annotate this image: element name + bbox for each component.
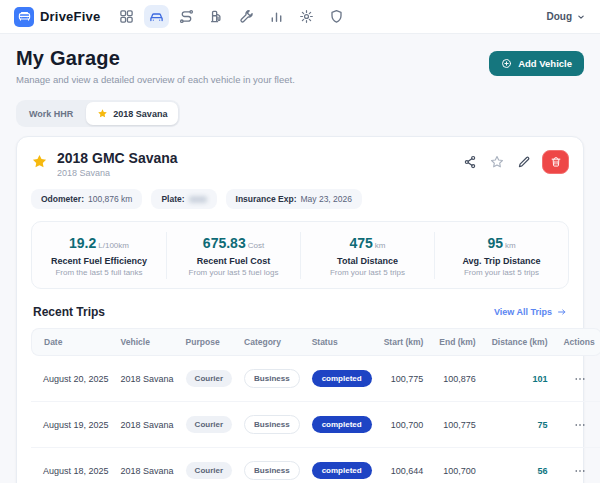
trip-date: August 20, 2025 xyxy=(31,356,115,402)
chevron-down-icon xyxy=(576,12,586,22)
nav-fuel-pump-icon[interactable] xyxy=(204,5,229,28)
trip-distance-km: 75 xyxy=(486,402,558,448)
page-subtitle: Manage and view a detailed overview of e… xyxy=(16,74,295,85)
recent-trips-table: Date Vehicle Purpose Category Status Sta… xyxy=(31,328,600,483)
vehicle-actions xyxy=(461,150,569,174)
vehicle-stats-strip: 19.2L/100km Recent Fuel Efficiency From … xyxy=(31,221,569,289)
trip-distance-km: 101 xyxy=(486,356,558,402)
category-chip: Business xyxy=(244,369,300,388)
insurance-pill: Insurance Exp: May 23, 2026 xyxy=(226,189,362,209)
stat-label: Recent Fuel Efficiency xyxy=(38,256,160,266)
table-row: August 20, 2025 2018 Savana Courier Busi… xyxy=(31,356,600,402)
table-header-row: Date Vehicle Purpose Category Status Sta… xyxy=(31,328,600,356)
purpose-chip: Courier xyxy=(186,462,232,479)
row-actions-menu-icon[interactable] xyxy=(572,371,588,387)
trip-end-km: 100,876 xyxy=(433,356,485,402)
tab-label: 2018 Savana xyxy=(113,109,167,119)
vehicle-card: 2018 GMC Savana 2018 Savana xyxy=(16,136,584,483)
user-menu[interactable]: Doug xyxy=(546,11,586,22)
view-all-trips-link[interactable]: View All Trips xyxy=(494,307,567,317)
trip-vehicle: 2018 Savana xyxy=(115,448,180,483)
stat-sublabel: From your last 5 trips xyxy=(307,268,428,277)
col-vehicle: Vehicle xyxy=(115,328,180,356)
category-chip: Business xyxy=(244,461,300,480)
col-date: Date xyxy=(31,328,115,356)
plate-pill: Plate: xyxy=(151,189,216,209)
col-purpose: Purpose xyxy=(180,328,238,356)
stat-sublabel: From your last 5 trips xyxy=(441,268,562,277)
share-icon[interactable] xyxy=(461,153,479,171)
recent-trips-title: Recent Trips xyxy=(33,305,105,319)
stat-fuel-efficiency: 19.2L/100km Recent Fuel Efficiency From … xyxy=(32,232,166,279)
stat-value: 475 xyxy=(349,235,372,251)
col-status: Status xyxy=(306,328,378,356)
stat-label: Recent Fuel Cost xyxy=(173,256,294,266)
col-end: End (km) xyxy=(433,328,485,356)
page-title: My Garage xyxy=(16,47,295,70)
tab-work-hhr[interactable]: Work HHR xyxy=(18,102,84,125)
nav-shield-icon[interactable] xyxy=(324,5,349,28)
status-badge: completed xyxy=(312,462,372,479)
trip-start-km: 100,644 xyxy=(378,448,434,483)
table-row: August 18, 2025 2018 Savana Courier Busi… xyxy=(31,448,600,483)
star-icon xyxy=(97,108,108,119)
tab-label: Work HHR xyxy=(29,109,73,119)
odometer-label: Odometer: xyxy=(41,194,84,204)
row-actions-menu-icon[interactable] xyxy=(572,417,588,433)
nav-vehicles-car-icon[interactable] xyxy=(144,5,169,28)
nav-settings-gear-icon[interactable] xyxy=(294,5,319,28)
brand-logo-link[interactable]: DriveFive xyxy=(14,7,100,27)
add-vehicle-button[interactable]: Add Vehicle xyxy=(489,51,584,76)
stat-unit: km xyxy=(505,241,516,250)
trip-end-km: 100,775 xyxy=(433,402,485,448)
purpose-chip: Courier xyxy=(186,416,232,433)
stat-sublabel: From your last 5 fuel logs xyxy=(173,268,294,277)
stat-label: Total Distance xyxy=(307,256,428,266)
col-actions: Actions xyxy=(557,328,600,356)
main-nav xyxy=(114,5,349,28)
edit-pencil-icon[interactable] xyxy=(515,153,533,171)
plate-value-redacted xyxy=(189,196,207,203)
purpose-chip: Courier xyxy=(186,370,232,387)
stat-fuel-cost: 675.83Cost Recent Fuel Cost From your la… xyxy=(166,232,300,279)
star-icon xyxy=(31,153,48,170)
trip-distance-km: 56 xyxy=(486,448,558,483)
add-vehicle-label: Add Vehicle xyxy=(518,58,572,69)
delete-trash-icon[interactable] xyxy=(542,150,569,174)
col-category: Category xyxy=(238,328,306,356)
stat-unit: L/100km xyxy=(98,241,129,250)
view-all-trips-label: View All Trips xyxy=(494,307,552,317)
tab-2018-savana[interactable]: 2018 Savana xyxy=(86,102,178,125)
col-start: Start (km) xyxy=(378,328,434,356)
odometer-pill: Odometer: 100,876 km xyxy=(31,189,142,209)
trip-start-km: 100,700 xyxy=(378,402,434,448)
vehicle-subtitle: 2018 Savana xyxy=(57,168,178,178)
col-distance: Distance (km) xyxy=(486,328,558,356)
status-badge: completed xyxy=(312,416,372,433)
stat-unit: Cost xyxy=(248,241,264,250)
nav-trips-route-icon[interactable] xyxy=(174,5,199,28)
nav-service-wrench-icon[interactable] xyxy=(234,5,259,28)
insurance-value: May 23, 2026 xyxy=(301,194,353,204)
stat-avg-trip-distance: 95km Avg. Trip Distance From your last 5… xyxy=(434,232,568,279)
trip-end-km: 100,700 xyxy=(433,448,485,483)
table-row: August 19, 2025 2018 Savana Courier Busi… xyxy=(31,402,600,448)
stat-value: 19.2 xyxy=(69,235,96,251)
main-content: My Garage Manage and view a detailed ove… xyxy=(0,34,600,483)
stat-label: Avg. Trip Distance xyxy=(441,256,562,266)
arrow-right-icon xyxy=(557,307,567,317)
trip-start-km: 100,775 xyxy=(378,356,434,402)
nav-dashboard-grid-icon[interactable] xyxy=(114,5,139,28)
vehicle-tabs: Work HHR 2018 Savana xyxy=(16,100,180,127)
category-chip: Business xyxy=(244,415,300,434)
row-actions-menu-icon[interactable] xyxy=(572,463,588,479)
plate-label: Plate: xyxy=(161,194,184,204)
nav-reports-chart-icon[interactable] xyxy=(264,5,289,28)
stat-sublabel: From the last 5 full tanks xyxy=(38,268,160,277)
car-logo-icon xyxy=(14,7,34,27)
stat-total-distance: 475km Total Distance From your last 5 tr… xyxy=(300,232,434,279)
user-name: Doug xyxy=(546,11,572,22)
vehicle-title: 2018 GMC Savana xyxy=(57,150,178,166)
trip-vehicle: 2018 Savana xyxy=(115,356,180,402)
star-outline-icon[interactable] xyxy=(488,153,506,171)
